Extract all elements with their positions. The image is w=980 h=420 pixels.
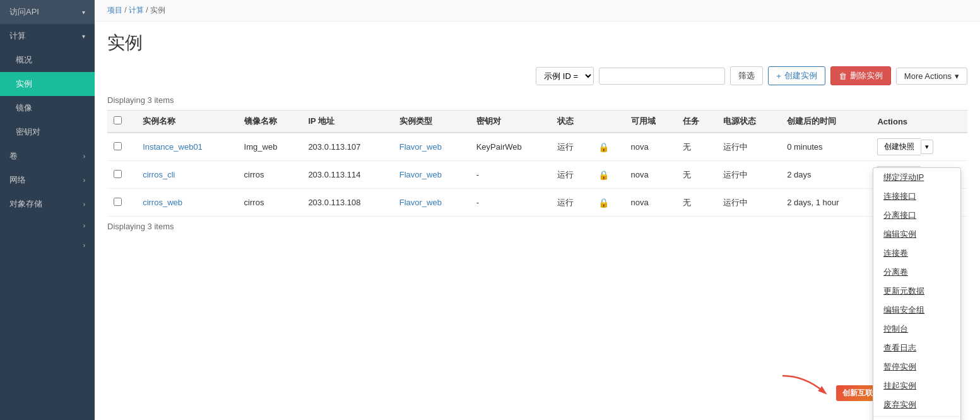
- page-title: 实例: [107, 31, 967, 55]
- sidebar-item-network[interactable]: 网络 ›: [0, 168, 95, 192]
- row-checkbox[interactable]: [114, 198, 122, 206]
- col-checkbox: [107, 111, 136, 133]
- dropdown-item-edit-instance[interactable]: 编辑实例: [873, 225, 960, 244]
- dropdown-item-update-metadata[interactable]: 更新元数据: [873, 282, 960, 301]
- create-instance-label: 创建实例: [784, 70, 817, 81]
- col-status: 状态: [551, 111, 591, 133]
- chevron-icon: ›: [83, 153, 85, 160]
- row-status: 运行: [551, 189, 591, 217]
- row-ip: 203.0.113.107: [302, 133, 393, 161]
- dropdown-item-view-log[interactable]: 查看日志: [873, 339, 960, 357]
- filter-input[interactable]: [599, 68, 725, 85]
- display-count-top: Displaying 3 items: [107, 90, 967, 110]
- row-checkbox[interactable]: [114, 170, 122, 178]
- lock-icon: 🔒: [598, 142, 609, 152]
- row-ip: 203.0.113.114: [302, 161, 393, 189]
- breadcrumb: 项目 / 计算 / 实例: [95, 0, 980, 21]
- row-action-cell: 创建快照 ▾: [871, 133, 967, 161]
- dropdown-item-edit-secgroup[interactable]: 编辑安全组: [873, 301, 960, 320]
- flavor-link[interactable]: Flavor_web: [399, 142, 442, 152]
- instances-table: 实例名称 镜像名称 IP 地址 实例类型 密钥对 状态 可用域 任务 电源状态 …: [107, 110, 967, 217]
- sidebar-item-label: 访问API: [9, 6, 39, 18]
- row-flavor: Flavor_web: [393, 161, 470, 189]
- sidebar-item-access-api[interactable]: 访问API ▾: [0, 0, 95, 24]
- filter-button[interactable]: 筛选: [730, 66, 763, 85]
- instance-name-link[interactable]: cirros_cli: [143, 170, 175, 179]
- col-created: 创建后的时间: [781, 111, 871, 133]
- flavor-link[interactable]: Flavor_web: [399, 198, 442, 207]
- col-actions: Actions: [871, 111, 967, 133]
- action-main-button[interactable]: 创建快照: [877, 138, 921, 155]
- toolbar: 示例 ID = 筛选 + 创建实例 🗑 删除实例 More Actions ▾: [95, 61, 980, 90]
- sidebar-item-compute[interactable]: 计算 ▾: [0, 24, 95, 48]
- sidebar-item-label: 对象存储: [9, 198, 42, 210]
- row-keypair: -: [470, 189, 552, 217]
- dropdown-item-attach-interface[interactable]: 连接接口: [873, 187, 960, 206]
- table-header-row: 实例名称 镜像名称 IP 地址 实例类型 密钥对 状态 可用域 任务 电源状态 …: [107, 111, 967, 133]
- sidebar-item-item9[interactable]: ›: [0, 216, 95, 236]
- row-created: 2 days: [781, 161, 871, 189]
- create-instance-button[interactable]: + 创建实例: [768, 66, 825, 85]
- breadcrumb-compute[interactable]: 计算: [129, 6, 144, 15]
- col-ip: IP 地址: [302, 111, 393, 133]
- row-az: nova: [625, 161, 677, 189]
- delete-instance-button[interactable]: 🗑 删除实例: [830, 66, 891, 85]
- sidebar-item-object-storage[interactable]: 对象存储 ›: [0, 192, 95, 216]
- row-task: 无: [676, 161, 717, 189]
- dropdown-item-attach-volume[interactable]: 连接卷: [873, 244, 960, 263]
- action-dropdown-button[interactable]: ▾: [921, 140, 933, 154]
- dropdown-item-shelve-instance[interactable]: 废弃实例: [873, 395, 960, 414]
- breadcrumb-sep1: /: [124, 6, 129, 15]
- sidebar-item-instances[interactable]: 实例: [0, 72, 95, 96]
- sidebar-item-keypairs[interactable]: 密钥对: [0, 120, 95, 144]
- row-created: 2 days, 1 hour: [781, 189, 871, 217]
- row-keypair: -: [470, 161, 552, 189]
- dropdown-item-console[interactable]: 控制台: [873, 320, 960, 339]
- sidebar-item-overview[interactable]: 概况: [0, 48, 95, 72]
- sidebar-item-label: 卷: [9, 150, 18, 162]
- instance-name-link[interactable]: cirros_web: [143, 198, 182, 207]
- row-power: 运行中: [717, 189, 781, 217]
- chevron-icon: ›: [83, 201, 85, 208]
- chevron-icon: ›: [83, 242, 85, 249]
- row-checkbox-cell: [107, 133, 136, 161]
- row-task: 无: [676, 189, 717, 217]
- col-power: 电源状态: [717, 111, 781, 133]
- col-keypair: 密钥对: [470, 111, 552, 133]
- sidebar-item-label: 密钥对: [16, 126, 40, 138]
- row-keypair: KeyPairWeb: [470, 133, 552, 161]
- display-count-bottom: Displaying 3 items: [107, 217, 967, 236]
- row-checkbox[interactable]: [114, 142, 122, 150]
- row-created: 0 minutes: [781, 133, 871, 161]
- delete-instance-label: 删除实例: [850, 70, 883, 81]
- actions-dropdown-menu: 绑定浮动IP连接接口分离接口编辑实例连接卷分离卷更新元数据编辑安全组控制台查看日…: [873, 167, 961, 420]
- instance-name-link[interactable]: Instance_web01: [143, 142, 203, 152]
- table-row: cirros_web cirros 203.0.113.108 Flavor_w…: [107, 189, 967, 217]
- more-actions-button[interactable]: More Actions ▾: [896, 68, 967, 85]
- row-name: Instance_web01: [136, 133, 237, 161]
- sidebar-item-images[interactable]: 镜像: [0, 96, 95, 120]
- dropdown-item-pause-instance[interactable]: 暂停实例: [873, 357, 960, 376]
- row-status: 运行: [551, 133, 591, 161]
- row-ip: 203.0.113.108: [302, 189, 393, 217]
- dropdown-item-detach-interface[interactable]: 分离接口: [873, 206, 960, 225]
- breadcrumb-instances: 实例: [150, 6, 165, 15]
- dropdown-item-detach-volume[interactable]: 分离卷: [873, 263, 960, 282]
- row-task: 无: [676, 133, 717, 161]
- flavor-link[interactable]: Flavor_web: [399, 170, 442, 179]
- sidebar-item-item10[interactable]: ›: [0, 236, 95, 255]
- select-all-checkbox[interactable]: [114, 116, 122, 124]
- filter-select[interactable]: 示例 ID =: [536, 67, 594, 85]
- chevron-icon: ›: [83, 177, 85, 184]
- sidebar-item-label: 实例: [16, 78, 32, 90]
- row-az: nova: [625, 189, 677, 217]
- dropdown-divider: [873, 416, 960, 417]
- col-image: 镜像名称: [238, 111, 302, 133]
- row-az: nova: [625, 133, 677, 161]
- dropdown-item-suspend-instance[interactable]: 挂起实例: [873, 376, 960, 395]
- breadcrumb-project[interactable]: 项目: [107, 6, 122, 15]
- dropdown-item-bind-float-ip[interactable]: 绑定浮动IP: [873, 168, 960, 187]
- sidebar-item-label: 镜像: [16, 102, 32, 114]
- sidebar-item-volumes[interactable]: 卷 ›: [0, 144, 95, 168]
- col-task: 任务: [676, 111, 717, 133]
